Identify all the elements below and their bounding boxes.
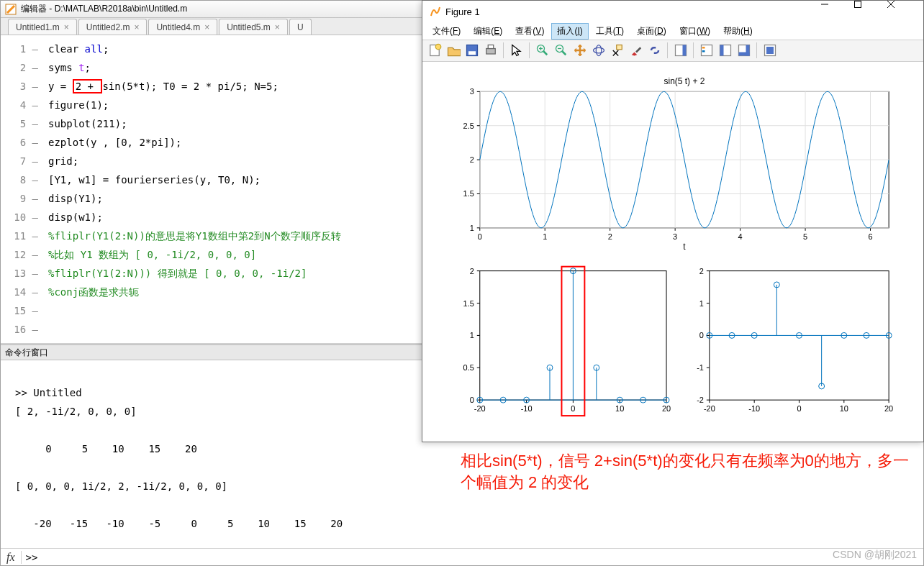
svg-text:1.5: 1.5 (463, 189, 474, 198)
svg-text:1: 1 (543, 232, 547, 240)
svg-text:5: 5 (803, 232, 807, 240)
svg-text:t: t (683, 241, 686, 251)
svg-text:-20: -20 (704, 404, 715, 413)
svg-point-16 (594, 48, 604, 54)
menu-帮助[interactable]: 帮助(H) (717, 23, 758, 40)
svg-text:0: 0 (470, 396, 474, 404)
hide-plot-tools-icon[interactable] (717, 42, 733, 58)
print-icon[interactable] (483, 42, 499, 58)
svg-rect-6 (468, 52, 476, 55)
svg-text:20: 20 (884, 404, 893, 413)
new-file-icon[interactable] (427, 42, 443, 58)
watermark: CSDN @胡刚2021 (833, 549, 917, 562)
annotation-text: 相比sin(5*t)，信号 2+sin(5*t)的变化只有在频率为0的地方，多一… (461, 450, 921, 493)
maximize-button[interactable] (854, 1, 887, 22)
zoom-in-icon[interactable] (535, 42, 551, 58)
figure-window: Figure 1 文件(F)编辑(E)查看(V)插入(I)工具(T)桌面(D)窗… (422, 0, 924, 442)
svg-text:10: 10 (840, 404, 848, 413)
menu-工具[interactable]: 工具(T) (590, 23, 630, 40)
svg-text:sin(5 t) + 2: sin(5 t) + 2 (664, 76, 705, 86)
svg-rect-18 (617, 45, 622, 50)
svg-line-14 (562, 52, 566, 55)
svg-rect-25 (702, 47, 705, 49)
brush-icon[interactable] (628, 42, 644, 58)
svg-text:3: 3 (673, 232, 677, 240)
matlab-edit-icon (5, 4, 17, 15)
close-icon[interactable]: × (134, 22, 139, 32)
close-button[interactable] (887, 1, 920, 22)
svg-text:1: 1 (470, 223, 474, 232)
zoom-out-icon[interactable] (553, 42, 569, 58)
insert-legend-icon[interactable] (699, 42, 715, 58)
save-icon[interactable] (464, 42, 480, 58)
insert-colorbar-icon[interactable] (673, 42, 689, 58)
svg-text:-10: -10 (748, 404, 760, 413)
figure-toolbar (422, 40, 923, 61)
svg-point-4 (435, 45, 441, 50)
svg-text:-1: -1 (697, 363, 704, 372)
svg-text:0: 0 (797, 404, 801, 413)
close-icon[interactable]: × (64, 22, 69, 32)
show-plot-tools-icon[interactable] (736, 42, 752, 58)
menu-插入[interactable]: 插入(I) (551, 23, 588, 40)
svg-rect-23 (683, 45, 687, 56)
svg-text:1.5: 1.5 (463, 298, 474, 307)
fx-input-line[interactable]: fx >> (1, 548, 923, 565)
editor-tab[interactable]: Untitled4.m× (148, 19, 217, 35)
pan-icon[interactable] (572, 42, 588, 58)
svg-text:2: 2 (470, 155, 474, 164)
close-icon[interactable]: × (204, 22, 209, 32)
svg-line-21 (636, 48, 640, 53)
figure-menubar: 文件(F)编辑(E)查看(V)插入(I)工具(T)桌面(D)窗口(W)帮助(H) (422, 22, 923, 40)
pointer-icon[interactable] (509, 42, 525, 58)
svg-point-17 (596, 45, 602, 56)
figure-canvas[interactable]: sin(5 t) + 2t012345611.522.53-20-1001020… (422, 62, 923, 442)
menu-查看[interactable]: 查看(V) (509, 23, 550, 40)
svg-text:6: 6 (868, 232, 872, 240)
data-cursor-icon[interactable] (610, 42, 625, 58)
svg-text:1: 1 (470, 331, 474, 339)
editor-tab[interactable]: Untitled1.m× (8, 19, 77, 35)
editor-tab[interactable]: Untitled2.m× (78, 19, 148, 35)
svg-rect-31 (739, 53, 750, 56)
svg-line-10 (543, 52, 547, 55)
link-icon[interactable] (647, 42, 663, 58)
editor-tab[interactable]: Untitled5.m× (219, 19, 288, 35)
close-icon[interactable]: × (275, 22, 280, 32)
svg-rect-26 (702, 50, 705, 53)
open-file-icon[interactable] (445, 42, 461, 58)
matlab-figure-icon (430, 6, 441, 17)
svg-text:0.5: 0.5 (463, 363, 474, 372)
svg-text:3: 3 (470, 87, 474, 96)
fx-prompt: >> (22, 552, 38, 563)
fx-badge: fx (1, 551, 22, 564)
svg-text:2.5: 2.5 (463, 121, 474, 129)
svg-rect-33 (766, 47, 774, 54)
menu-窗口[interactable]: 窗口(W) (674, 23, 716, 40)
rotate3d-icon[interactable] (591, 42, 607, 58)
svg-text:-10: -10 (521, 404, 533, 413)
menu-文件[interactable]: 文件(F) (427, 23, 466, 40)
svg-text:2: 2 (470, 266, 474, 275)
dock-icon[interactable] (762, 42, 778, 58)
line-gutter: 1 — 2 — 3 — 4 — 5 — 6 — 7 — 8 — 9 —10 —1… (1, 35, 41, 343)
svg-text:-20: -20 (474, 404, 486, 413)
svg-text:4: 4 (738, 232, 743, 240)
svg-text:0: 0 (478, 232, 482, 240)
minimize-button[interactable] (821, 1, 854, 22)
menu-编辑[interactable]: 编辑(E) (468, 23, 508, 40)
svg-rect-7 (486, 49, 496, 55)
svg-text:2: 2 (608, 232, 612, 240)
svg-text:0: 0 (571, 404, 575, 413)
svg-text:2: 2 (699, 266, 704, 275)
svg-rect-8 (488, 45, 494, 49)
svg-text:-2: -2 (697, 396, 704, 404)
svg-text:20: 20 (662, 404, 671, 413)
editor-title: 编辑器 - D:\MATLAB\R2018a\bin\Untitled.m (21, 3, 187, 15)
figure-titlebar: Figure 1 (422, 1, 923, 22)
menu-桌面[interactable]: 桌面(D) (631, 23, 672, 40)
svg-text:1: 1 (699, 298, 704, 307)
svg-rect-2 (855, 1, 861, 8)
editor-tab[interactable]: U (289, 19, 312, 35)
svg-rect-28 (720, 45, 724, 56)
